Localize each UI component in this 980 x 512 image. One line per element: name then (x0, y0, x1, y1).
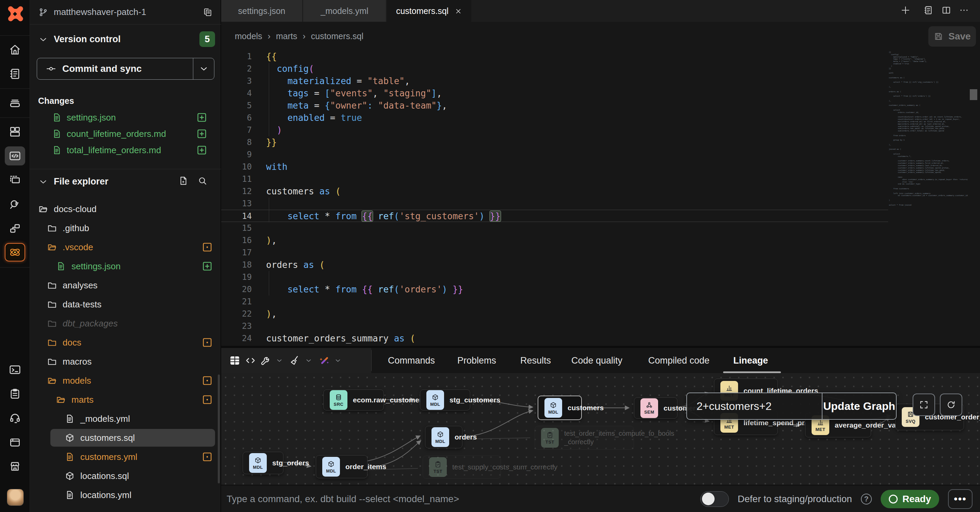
chevron-down-icon[interactable] (334, 357, 342, 364)
save-button[interactable]: Save (928, 26, 976, 47)
chevron-down-icon[interactable] (305, 357, 312, 364)
tree-item-macros[interactable]: macros (30, 352, 221, 371)
commit-and-sync-button[interactable]: Commit and sync (37, 58, 215, 80)
tree-item-marts[interactable]: marts (30, 390, 221, 409)
tree-item-analyses[interactable]: analyses (30, 276, 221, 295)
tab-customers-sql[interactable]: customers.sql (387, 0, 471, 22)
chevron-down-icon[interactable] (275, 357, 283, 364)
changed-file-row[interactable]: count_lifetime_orders.md (30, 126, 221, 142)
rail-item-scope[interactable] (5, 195, 25, 214)
tree-item-docs[interactable]: docs (30, 333, 221, 352)
modified-indicator-icon[interactable] (202, 337, 213, 348)
tree-item--vscode[interactable]: .vscode (30, 238, 221, 257)
commit-and-sync-main[interactable]: Commit and sync (37, 58, 193, 79)
tree-item--models-yml[interactable]: _models.yml (30, 409, 221, 428)
new-file-icon[interactable] (178, 175, 189, 186)
sidebar-scrollbar[interactable] (218, 375, 220, 483)
branch-selector[interactable]: matthewshaver-patch-1 (30, 0, 221, 24)
preview-table-icon[interactable] (229, 354, 241, 367)
journal-icon[interactable] (923, 5, 933, 15)
tree-item-data-tests[interactable]: data-tests (30, 295, 221, 314)
stage-file-icon[interactable] (196, 112, 208, 123)
version-control-header[interactable]: Version control (38, 34, 121, 45)
rail-item-frame[interactable] (5, 171, 25, 190)
editor-scrollbar-thumb[interactable] (970, 89, 977, 100)
lineage-node-stg-customers[interactable]: MDLstg_customers (420, 389, 470, 411)
tab-_models-yml[interactable]: _models.yml (303, 0, 386, 22)
changed-file-row[interactable]: settings.json (30, 110, 221, 125)
panel-tab-compiled-code[interactable]: Compiled code (648, 348, 710, 373)
compile-code-icon[interactable] (244, 354, 256, 367)
tree-item-dbt-packages[interactable]: dbt_packages (30, 314, 221, 333)
staged-indicator-icon[interactable] (202, 260, 213, 272)
rail-item-grid[interactable] (5, 122, 25, 141)
changed-file-row[interactable]: total_lifetime_orders.md (30, 142, 221, 158)
tab-overflow-icon[interactable] (959, 5, 969, 15)
panel-tab-problems[interactable]: Problems (457, 348, 496, 373)
commit-options-caret[interactable] (193, 58, 214, 79)
lineage-node-test-supply-costs[interactable]: TSTtest_supply_costs_sum_correctly (423, 456, 501, 479)
minimap[interactable]: {{ config( materialized = "table", tags … (889, 51, 968, 269)
rail-item-headset[interactable] (5, 408, 25, 427)
modified-indicator-icon[interactable] (202, 394, 213, 405)
rail-item-checklist[interactable] (5, 384, 25, 404)
lineage-canvas[interactable]: SRCecom.raw_customersMDLstg_customersMDL… (221, 373, 980, 485)
modified-indicator-icon[interactable] (202, 375, 213, 386)
panel-tab-lineage[interactable]: Lineage (733, 348, 768, 373)
file-explorer-header[interactable]: File explorer (38, 176, 108, 187)
tree-item-docs-cloud[interactable]: docs-cloud (30, 199, 221, 219)
copilot-generate-icon[interactable] (318, 354, 331, 367)
defer-toggle[interactable] (700, 491, 729, 507)
more-options-button[interactable]: ••• (948, 489, 972, 509)
lineage-node-order-items[interactable]: MDLorder_items (316, 455, 368, 478)
command-input[interactable]: Type a command, ex. dbt build --select <… (227, 494, 459, 504)
rail-item-code[interactable] (5, 147, 25, 166)
lineage-node-customers-semantic[interactable]: SEMcustomers (634, 397, 678, 419)
tree-item-locations-sql[interactable]: locations.sql (30, 466, 221, 485)
stage-file-icon[interactable] (196, 128, 208, 140)
lineage-refresh-button[interactable] (940, 394, 962, 416)
avatar[interactable] (7, 489, 24, 506)
close-icon[interactable] (455, 7, 462, 14)
help-icon[interactable]: ? (861, 494, 872, 504)
split-editor-icon[interactable] (941, 5, 951, 15)
tab-settings-json[interactable]: settings.json (221, 0, 302, 22)
breadcrumb-item[interactable]: customers.sql (311, 31, 363, 41)
tree-item-models[interactable]: models (30, 371, 221, 390)
lineage-node-orders[interactable]: MDLorders (425, 426, 463, 448)
rail-item-flow[interactable] (5, 219, 25, 238)
code-editor[interactable]: 1{{2 config(3 materialized = "table",4 t… (221, 50, 888, 346)
new-tab-icon[interactable] (900, 5, 911, 15)
copy-icon[interactable] (203, 7, 213, 18)
rail-item-stack[interactable] (5, 93, 25, 112)
lineage-node-customers-model[interactable]: MDLcustomers (538, 396, 582, 420)
lineage-node-ecom-raw-customers[interactable]: SRCecom.raw_customers (323, 389, 384, 411)
modified-indicator-icon[interactable] (202, 241, 213, 253)
lineage-selector-input[interactable]: 2+customers+2 (687, 393, 822, 419)
update-graph-button[interactable]: Update Graph (822, 393, 896, 419)
lineage-node-test-order-items[interactable]: TSTtest_order_items_compute_to_bools _co… (535, 426, 634, 450)
tree-item-customers-sql[interactable]: customers.sql (30, 428, 221, 447)
build-icon[interactable] (260, 354, 272, 367)
rail-item-journal[interactable] (5, 64, 25, 83)
modified-indicator-icon[interactable] (202, 451, 213, 463)
status-badge[interactable]: Ready (881, 490, 939, 508)
format-icon[interactable] (289, 354, 301, 367)
tree-item-customers-yml[interactable]: customers.yml (30, 447, 221, 466)
rail-item-copilot[interactable] (5, 243, 25, 262)
tree-item-locations-yml[interactable]: locations.yml (30, 485, 221, 504)
rail-item-terminal[interactable] (5, 360, 25, 379)
panel-tab-results[interactable]: Results (520, 348, 551, 373)
rail-item-home[interactable] (5, 40, 25, 59)
rail-item-store[interactable] (5, 457, 25, 476)
tree-item--github[interactable]: .github (30, 219, 221, 238)
breadcrumb-item[interactable]: models (235, 31, 262, 41)
panel-tab-commands[interactable]: Commands (388, 348, 435, 373)
stage-file-icon[interactable] (196, 144, 208, 156)
rail-item-browser[interactable] (5, 433, 25, 452)
panel-tab-code-quality[interactable]: Code quality (571, 348, 622, 373)
breadcrumb-item[interactable]: marts (276, 31, 298, 41)
search-icon[interactable] (197, 175, 208, 186)
tree-item-settings-json[interactable]: settings.json (30, 257, 221, 276)
lineage-node-stg-orders[interactable]: MDLstg_orders (243, 452, 283, 474)
